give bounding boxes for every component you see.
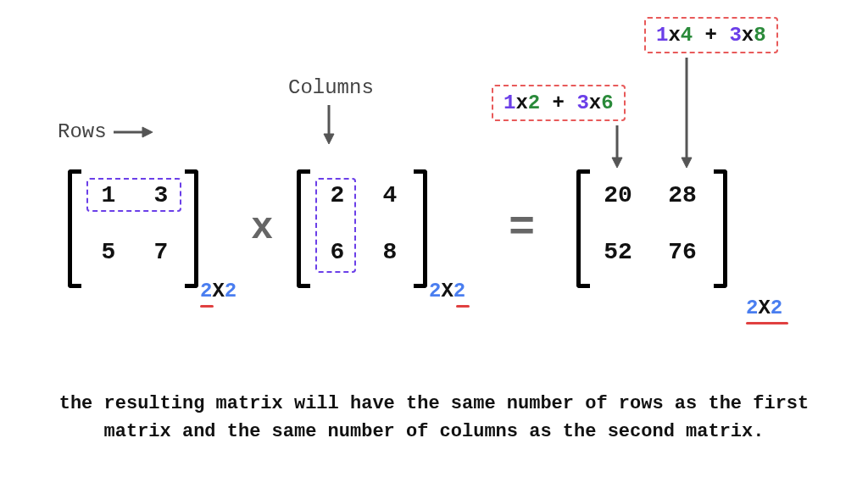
matrix-a-dim: 2X2	[200, 280, 236, 302]
matrix-b-r1c2: 4	[373, 182, 407, 208]
matrix-c-r1c2: 28	[661, 182, 704, 208]
highlight-col-box	[315, 178, 356, 273]
svg-marker-1	[142, 127, 153, 137]
calc-box-2: 1x4 + 3x8	[644, 17, 778, 53]
svg-marker-7	[682, 158, 692, 168]
calc-box-1: 1x2 + 3x6	[492, 85, 626, 121]
matrix-c-r2c2: 76	[661, 239, 704, 265]
columns-label: Columns	[288, 76, 374, 99]
caption-text: the resulting matrix will have the same …	[0, 390, 868, 446]
matrix-b-dim: 2X2	[429, 280, 465, 302]
matrix-c-dim: 2X2	[746, 297, 782, 319]
highlight-row-box	[86, 178, 181, 212]
arrow-calc2-icon	[678, 56, 695, 169]
matrix-a-r2c2: 7	[144, 239, 178, 265]
arrow-right-icon	[112, 124, 154, 141]
rows-label: Rows	[58, 120, 107, 143]
arrow-calc1-icon	[609, 124, 626, 169]
matrix-c-r1c1: 20	[597, 182, 639, 208]
matrix-b-r2c2: 8	[373, 239, 407, 265]
underline-c	[746, 322, 788, 324]
matrix-c-r2c1: 52	[597, 239, 639, 265]
underline-b	[456, 305, 470, 308]
underline-a	[200, 305, 214, 308]
equals-operator: =	[509, 203, 535, 253]
svg-marker-5	[612, 158, 622, 168]
svg-marker-3	[324, 134, 334, 144]
arrow-down-icon	[320, 103, 337, 146]
matrix-a-r2c1: 5	[92, 239, 125, 265]
times-operator: x	[251, 207, 273, 249]
